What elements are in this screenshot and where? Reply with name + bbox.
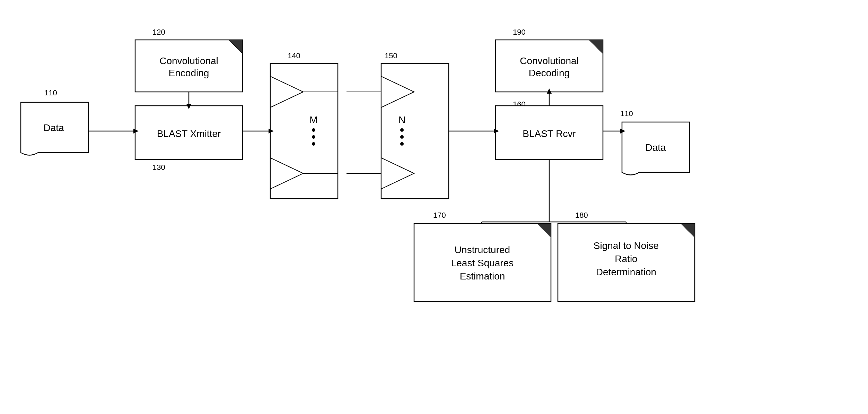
unstructured-lse-block: 170 Unstructured Least Squares Estimatio… <box>414 211 551 302</box>
snr-determination-block: 180 Signal to Noise Ratio Determination <box>558 211 695 302</box>
svg-point-28 <box>400 142 404 146</box>
ulse-label2: Least Squares <box>451 258 514 268</box>
antenna-tx-block: 140 M <box>270 51 338 199</box>
svg-point-11 <box>312 128 315 132</box>
svg-rect-0 <box>0 0 868 414</box>
svg-text:170: 170 <box>433 211 446 219</box>
conv-encoding-label1: Convolutional <box>159 55 218 66</box>
diagram-container: 110 Data 120 Convolutional Encoding 130 … <box>0 0 868 414</box>
svg-text:110: 110 <box>620 109 633 118</box>
svg-point-26 <box>400 128 404 132</box>
ulse-label1: Unstructured <box>455 244 510 255</box>
ulse-label3: Estimation <box>460 271 505 282</box>
n-label: N <box>398 114 405 125</box>
svg-text:110: 110 <box>44 88 57 97</box>
svg-point-13 <box>312 142 315 146</box>
svg-text:150: 150 <box>385 51 397 60</box>
blast-rcvr-label: BLAST Rcvr <box>523 128 576 139</box>
svg-text:190: 190 <box>513 28 526 36</box>
snr-label3: Determination <box>596 267 656 277</box>
snr-label1: Signal to Noise <box>594 240 659 251</box>
conv-encoding-label2: Encoding <box>169 68 209 78</box>
svg-text:140: 140 <box>288 51 300 60</box>
data-in-label: Data <box>43 122 64 133</box>
data-out-label: Data <box>645 142 666 153</box>
blast-xmitter-label: BLAST Xmitter <box>157 128 221 139</box>
svg-text:180: 180 <box>575 211 588 219</box>
blast-rcvr-block: 160 BLAST Rcvr <box>496 100 603 159</box>
snr-label2: Ratio <box>615 253 637 264</box>
m-label: M <box>309 114 317 125</box>
conv-decoding-label1: Convolutional <box>520 55 579 66</box>
svg-text:120: 120 <box>152 28 165 36</box>
svg-text:130: 130 <box>152 163 165 172</box>
conv-decoding-label2: Decoding <box>529 68 570 78</box>
svg-point-27 <box>400 135 404 139</box>
svg-point-12 <box>312 135 315 139</box>
